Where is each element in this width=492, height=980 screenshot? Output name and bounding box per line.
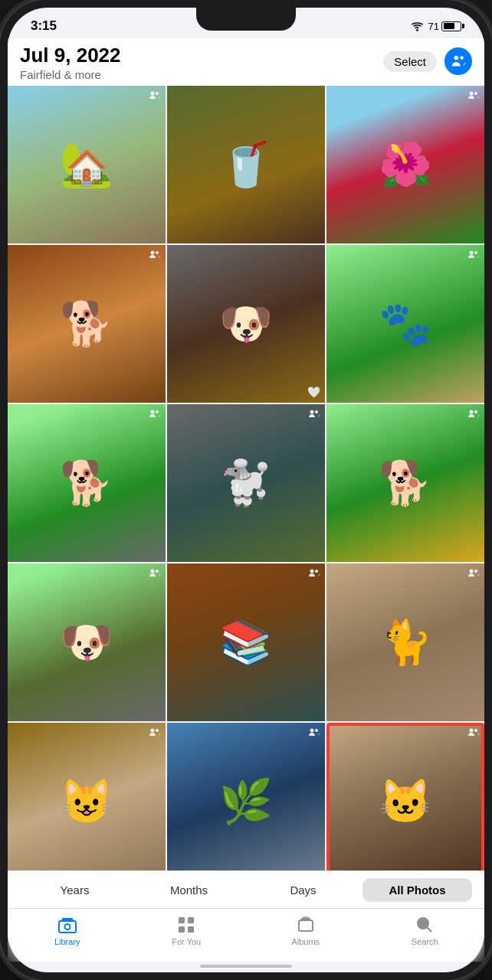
photo-inner-8: 🐩 — [167, 404, 325, 562]
svg-rect-36 — [179, 926, 185, 933]
shared-icon-1 — [149, 90, 161, 102]
photo-cell-11[interactable]: 📚 — [167, 564, 325, 721]
svg-point-9 — [470, 250, 474, 254]
svg-point-28 — [474, 729, 477, 732]
photo-cell-10[interactable]: 🐶 — [8, 564, 166, 721]
header-right: Select — [383, 47, 472, 75]
years-button[interactable]: Years — [20, 878, 130, 902]
tab-search[interactable]: Search — [366, 915, 485, 946]
albums-label: Albums — [291, 937, 320, 946]
header: Jul 9, 2022 Fairfield & more Select — [8, 38, 484, 86]
photo-inner-7: 🐕 — [8, 404, 166, 562]
battery-icon — [441, 21, 461, 31]
svg-point-26 — [315, 729, 318, 732]
photo-inner-15: 🐱 — [326, 723, 484, 871]
photo-cell-8[interactable]: 🐩 — [167, 404, 325, 562]
photo-cell-3[interactable]: 🌺 — [326, 86, 484, 243]
photo-inner-10: 🐶 — [8, 564, 166, 721]
svg-point-23 — [151, 728, 155, 732]
select-button[interactable]: Select — [383, 51, 437, 72]
svg-point-21 — [470, 569, 474, 573]
months-button[interactable]: Months — [134, 878, 244, 902]
shared-album-button[interactable] — [444, 47, 472, 75]
shared-icon-8 — [308, 409, 320, 420]
shared-icon-4 — [149, 250, 161, 261]
photo-cell-12[interactable]: 🐈 — [326, 564, 484, 721]
photo-cell-5[interactable]: 🐶 🤍 — [167, 245, 325, 403]
svg-point-10 — [474, 251, 477, 254]
photo-inner-9: 🐕 — [326, 404, 484, 562]
svg-point-41 — [418, 918, 428, 929]
photo-inner-11: 📚 — [167, 564, 325, 721]
svg-rect-37 — [188, 926, 194, 933]
photo-cell-13[interactable]: 😺 — [8, 723, 166, 871]
svg-point-17 — [151, 569, 155, 573]
phone-frame: 3:15 71 — [0, 0, 492, 980]
svg-point-27 — [470, 728, 474, 732]
svg-point-3 — [151, 91, 155, 95]
photo-cell-9[interactable]: 🐕 — [326, 404, 484, 562]
header-date: Jul 9, 2022 — [20, 44, 121, 67]
photo-cell-7[interactable]: 🐕 — [8, 404, 166, 562]
svg-point-0 — [416, 29, 418, 31]
photo-cell-14[interactable]: 🌿 — [167, 723, 325, 871]
screen: 3:15 71 — [8, 8, 484, 972]
header-location: Fairfield & more — [20, 68, 121, 81]
grid-container: 🏡 🥤 🌺 — [8, 86, 484, 871]
svg-rect-39 — [301, 918, 310, 920]
tab-albums[interactable]: Albums — [246, 915, 366, 946]
photo-inner-4: 🐕 — [8, 245, 166, 403]
photo-cell-6[interactable]: 🐾 — [326, 245, 484, 403]
shared-icon-13 — [149, 727, 161, 739]
svg-rect-40 — [303, 916, 309, 918]
photo-inner-2: 🥤 — [167, 86, 325, 243]
home-indicator — [200, 965, 292, 968]
library-icon — [57, 915, 77, 935]
photo-inner-1: 🏡 — [8, 86, 166, 243]
svg-rect-31 — [61, 920, 74, 922]
shared-icon-11 — [308, 568, 320, 580]
library-label: Library — [54, 937, 80, 946]
svg-point-7 — [151, 250, 155, 254]
svg-point-4 — [156, 92, 159, 95]
svg-point-12 — [156, 410, 159, 413]
shared-icon-9 — [467, 409, 480, 420]
days-button[interactable]: Days — [248, 878, 358, 902]
svg-point-24 — [156, 729, 159, 732]
photo-inner-14: 🌿 — [167, 723, 325, 871]
status-time: 3:15 — [31, 18, 57, 34]
tab-library[interactable]: Library — [8, 915, 127, 946]
photo-inner-13: 😺 — [8, 723, 166, 871]
status-icons: 71 — [411, 21, 461, 32]
photo-inner-3: 🌺 — [326, 86, 484, 243]
tab-bar: Library For You — [8, 908, 484, 962]
svg-rect-35 — [188, 917, 194, 923]
svg-line-42 — [428, 928, 432, 933]
svg-point-5 — [470, 91, 474, 95]
photo-cell-1[interactable]: 🏡 — [8, 86, 166, 243]
svg-point-14 — [315, 410, 318, 413]
svg-point-16 — [474, 410, 477, 413]
tab-for-you[interactable]: For You — [127, 915, 247, 946]
photo-inner-6: 🐾 — [326, 245, 484, 403]
svg-point-2 — [460, 56, 464, 60]
all-photos-button[interactable]: All Photos — [362, 878, 472, 902]
search-label: Search — [412, 937, 438, 946]
battery-fill — [444, 23, 455, 29]
shared-icon-6 — [467, 250, 480, 261]
svg-point-11 — [151, 410, 155, 413]
photo-cell-2[interactable]: 🥤 — [167, 86, 325, 243]
albums-icon — [296, 915, 316, 935]
photo-inner-12: 🐈 — [326, 564, 484, 721]
shared-icon-10 — [149, 568, 161, 580]
photo-cell-15-highlighted[interactable]: 🐱 — [326, 723, 484, 871]
svg-point-8 — [156, 251, 159, 254]
shared-icon-7 — [149, 409, 161, 420]
photo-grid: 🏡 🥤 🌺 — [8, 86, 484, 871]
shared-icon-3 — [467, 90, 480, 102]
svg-point-15 — [470, 410, 474, 413]
shared-icon-15 — [467, 727, 480, 739]
header-left: Jul 9, 2022 Fairfield & more — [20, 44, 121, 81]
photo-cell-4[interactable]: 🐕 — [8, 245, 166, 403]
shared-icon-14 — [308, 727, 320, 739]
